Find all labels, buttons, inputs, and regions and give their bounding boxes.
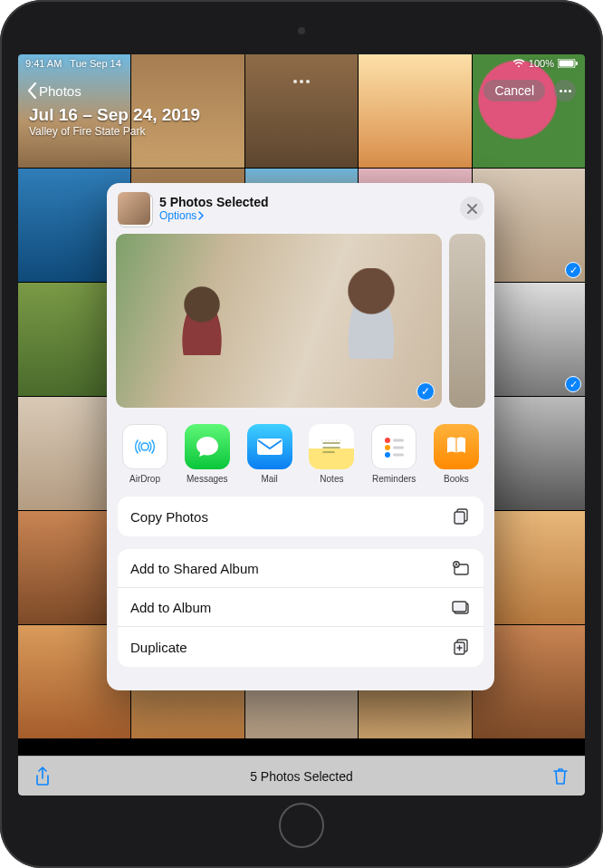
selection-check-icon: ✓ xyxy=(416,382,435,400)
close-icon xyxy=(467,204,477,214)
mail-icon xyxy=(247,424,292,469)
share-sheet: 5 Photos Selected Options ✓ xyxy=(107,183,494,690)
share-app-messages[interactable]: Messages xyxy=(182,424,233,484)
share-app-label: Reminders xyxy=(372,474,416,484)
options-button[interactable]: Options xyxy=(159,209,451,222)
back-label: Photos xyxy=(39,83,81,99)
share-app-label: Books xyxy=(444,474,469,484)
svg-rect-6 xyxy=(393,439,404,442)
nav-bar: Photos Cancel xyxy=(18,72,585,109)
svg-rect-4 xyxy=(257,439,282,455)
svg-rect-2 xyxy=(576,62,578,65)
wifi-icon xyxy=(512,59,525,68)
share-app-mail[interactable]: Mail xyxy=(244,424,295,484)
home-button[interactable] xyxy=(279,803,324,848)
back-button[interactable]: Photos xyxy=(27,82,81,99)
screen: ✓ ✓ ✓ xyxy=(18,54,585,796)
status-date: Tue Sep 14 xyxy=(70,58,120,69)
action-add-shared-album[interactable]: Add to Shared Album xyxy=(118,549,483,588)
selection-status: 5 Photos Selected xyxy=(18,769,585,784)
toolbar: 5 Photos Selected xyxy=(18,756,585,796)
options-label: Options xyxy=(159,209,196,222)
share-sheet-title: 5 Photos Selected xyxy=(159,195,451,209)
share-app-books[interactable]: Books xyxy=(431,424,482,484)
copy-icon xyxy=(453,507,471,526)
selection-check-icon: ✓ xyxy=(565,262,581,278)
selection-thumbnail xyxy=(118,192,150,225)
share-app-airdrop[interactable]: AirDrop xyxy=(120,424,170,484)
action-label: Duplicate xyxy=(130,640,187,655)
status-time: 9:41 AM xyxy=(25,58,62,69)
status-right: 100% xyxy=(512,58,578,69)
share-app-label: Notes xyxy=(320,474,343,484)
svg-rect-17 xyxy=(453,602,466,612)
books-icon xyxy=(434,424,479,469)
header-block: Jul 16 – Sep 24, 2019 Valley of Fire Sta… xyxy=(29,105,200,138)
svg-rect-1 xyxy=(560,61,574,67)
action-label: Copy Photos xyxy=(130,509,208,525)
chevron-left-icon xyxy=(27,82,37,99)
shared-album-icon xyxy=(451,560,471,576)
location-subtitle: Valley of Fire State Park xyxy=(29,125,200,138)
messages-icon xyxy=(185,424,230,469)
svg-rect-12 xyxy=(455,512,464,524)
battery-percent: 100% xyxy=(529,58,554,69)
share-app-label: Mail xyxy=(261,474,277,484)
status-left: 9:41 AM Tue Sep 14 xyxy=(25,58,121,69)
status-bar: 9:41 AM Tue Sep 14 100% xyxy=(18,54,585,72)
action-add-album[interactable]: Add to Album xyxy=(118,588,483,627)
airdrop-icon xyxy=(122,424,168,469)
action-label: Add to Album xyxy=(130,600,211,615)
share-app-row[interactable]: AirDrop Messages Mail xyxy=(107,415,494,497)
share-app-label: AirDrop xyxy=(129,474,160,484)
selection-check-icon: ✓ xyxy=(565,376,581,392)
share-app-reminders[interactable]: Reminders xyxy=(368,424,419,484)
share-preview-main[interactable]: ✓ xyxy=(116,234,442,408)
svg-point-7 xyxy=(385,445,390,450)
notes-icon xyxy=(309,424,354,469)
duplicate-icon xyxy=(453,638,471,656)
close-button[interactable] xyxy=(460,197,483,220)
svg-point-3 xyxy=(141,443,148,450)
share-preview-row[interactable]: ✓ xyxy=(107,234,494,415)
svg-rect-10 xyxy=(393,454,404,457)
share-app-label: Messages xyxy=(187,474,228,484)
reminders-icon xyxy=(371,424,416,469)
front-camera xyxy=(298,27,305,34)
battery-icon xyxy=(558,59,578,68)
action-label: Add to Shared Album xyxy=(130,561,259,576)
svg-point-5 xyxy=(385,438,390,443)
more-button[interactable] xyxy=(554,80,576,101)
share-app-notes[interactable]: Notes xyxy=(306,424,357,484)
svg-rect-8 xyxy=(393,447,404,449)
cancel-button[interactable]: Cancel xyxy=(483,80,545,101)
grabber-icon xyxy=(293,80,310,83)
svg-point-9 xyxy=(385,452,390,458)
action-copy-photos[interactable]: Copy Photos xyxy=(118,497,483,536)
ipad-device-frame: ✓ ✓ ✓ xyxy=(0,0,603,868)
svg-point-15 xyxy=(455,563,457,564)
share-action-list: Copy Photos xyxy=(118,497,483,536)
share-preview-next[interactable] xyxy=(449,234,485,408)
share-action-list: Add to Shared Album Add to Album Duplica… xyxy=(118,549,483,667)
action-duplicate[interactable]: Duplicate xyxy=(118,627,483,667)
share-sheet-header: 5 Photos Selected Options xyxy=(107,183,494,234)
chevron-right-icon xyxy=(198,211,204,220)
date-range-title: Jul 16 – Sep 24, 2019 xyxy=(29,105,200,125)
album-icon xyxy=(451,599,471,615)
